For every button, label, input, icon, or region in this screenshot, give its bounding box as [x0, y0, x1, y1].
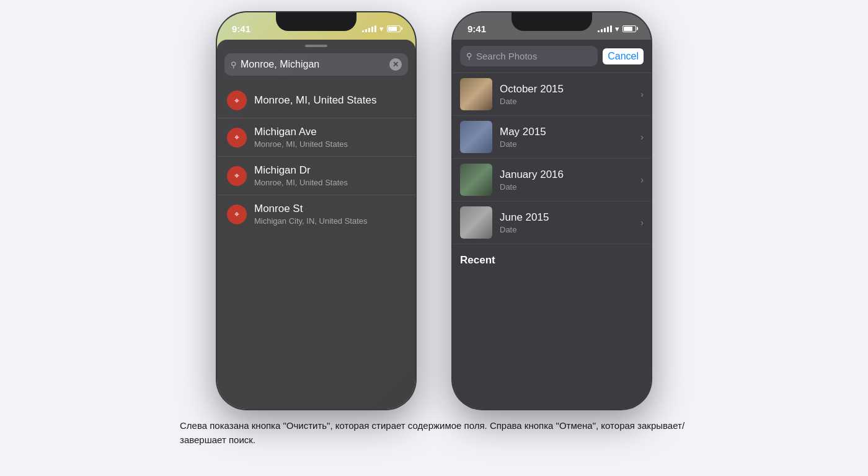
result-text-2: Michigan Dr Monroe, MI, United States [254, 164, 405, 187]
photo-thumb-2 [460, 164, 492, 196]
photo-subtitle-3: Date [500, 225, 633, 234]
right-phone-screen: 9:41 ▾ [453, 12, 651, 409]
photo-title-1: May 2015 [500, 126, 633, 138]
location-pin-1: ⌖ [227, 128, 247, 148]
result-title-0: Monroe, MI, United States [254, 94, 405, 107]
location-pin-0: ⌖ [227, 90, 247, 110]
photo-item-1[interactable]: May 2015 Date › [453, 116, 651, 159]
photo-subtitle-2: Date [500, 182, 633, 192]
drag-handle [305, 45, 327, 47]
caption-text: Слева показана кнопка "Очистить", котора… [180, 419, 688, 447]
result-item-2[interactable]: ⌖ Michigan Dr Monroe, MI, United States [217, 157, 415, 195]
right-signal-bar-2 [601, 29, 603, 32]
result-title-1: Michigan Ave [254, 126, 405, 138]
recent-section: Recent [453, 244, 651, 271]
clear-icon: ✕ [392, 61, 399, 68]
pin-icon-1: ⌖ [234, 132, 239, 143]
result-item-0[interactable]: ⌖ Monroe, MI, United States [217, 83, 415, 118]
photo-thumb-1 [460, 121, 492, 153]
right-signal-bar-1 [598, 30, 600, 32]
photos-search-bar: ⚲ Search Photos Cancel [453, 40, 651, 73]
signal-bar-5 [374, 25, 376, 32]
photo-thumb-3 [460, 206, 492, 239]
photo-title-3: June 2015 [500, 211, 633, 224]
notch [276, 12, 356, 31]
left-status-icons: ▾ [362, 24, 401, 33]
wifi-icon: ▾ [379, 24, 384, 33]
right-notch [512, 12, 592, 31]
photo-thumb-0 [460, 78, 492, 110]
result-text-1: Michigan Ave Monroe, MI, United States [254, 126, 405, 149]
photo-info-0: October 2015 Date [500, 83, 633, 106]
photo-info-3: June 2015 Date [500, 211, 633, 234]
cancel-button[interactable]: Cancel [603, 48, 644, 64]
pin-icon-2: ⌖ [234, 170, 239, 181]
photo-item-0[interactable]: October 2015 Date › [453, 73, 651, 116]
right-wifi-icon: ▾ [615, 24, 619, 33]
result-item-1[interactable]: ⌖ Michigan Ave Monroe, MI, United States [217, 118, 415, 157]
signal-bar-2 [365, 29, 367, 32]
left-status-time: 9:41 [232, 24, 250, 34]
right-battery-icon [622, 25, 636, 32]
maps-search-bar[interactable]: ⚲ Monroe, Michigan ✕ [224, 53, 408, 76]
photo-title-2: January 2016 [500, 169, 633, 181]
left-phone-screen: 9:41 ▾ [217, 12, 415, 409]
chevron-right-1: › [640, 132, 644, 142]
photo-item-3[interactable]: June 2015 Date › [453, 201, 651, 244]
location-pin-2: ⌖ [227, 166, 247, 186]
chevron-right-0: › [640, 89, 644, 99]
pin-icon-3: ⌖ [234, 209, 239, 219]
right-signal-bar-5 [610, 25, 612, 32]
photo-info-2: January 2016 Date [500, 169, 633, 192]
photos-search-placeholder: Search Photos [476, 51, 537, 61]
result-title-2: Michigan Dr [254, 164, 405, 177]
result-text-0: Monroe, MI, United States [254, 94, 405, 107]
result-subtitle-1: Monroe, MI, United States [254, 139, 405, 149]
left-phone: 9:41 ▾ [217, 12, 415, 409]
chevron-right-2: › [640, 175, 644, 185]
maps-search-query: Monroe, Michigan [241, 59, 386, 70]
right-signal-bar-3 [604, 28, 606, 32]
photo-info-1: May 2015 Date [500, 126, 633, 149]
photo-subtitle-0: Date [500, 97, 633, 106]
search-bar-container: ⚲ Monroe, Michigan ✕ [217, 53, 415, 76]
maps-search-panel: ⚲ Monroe, Michigan ✕ ⌖ Monroe, [217, 40, 415, 409]
right-signal-bar-4 [607, 27, 609, 32]
result-item-3[interactable]: ⌖ Monroe St Michigan City, IN, United St… [217, 195, 415, 233]
result-subtitle-3: Michigan City, IN, United States [254, 216, 405, 226]
search-icon: ⚲ [231, 60, 237, 69]
result-title-3: Monroe St [254, 203, 405, 215]
photo-title-0: October 2015 [500, 83, 633, 95]
battery-icon [387, 25, 401, 32]
result-text-3: Monroe St Michigan City, IN, United Stat… [254, 203, 405, 226]
recent-label: Recent [460, 254, 495, 266]
right-battery-fill [624, 27, 632, 31]
right-status-time: 9:41 [467, 24, 486, 34]
battery-fill [388, 27, 397, 31]
photos-search-icon: ⚲ [466, 51, 472, 61]
maps-search-results: ⌖ Monroe, MI, United States ⌖ Michigan A… [217, 78, 415, 238]
phones-row: 9:41 ▾ [25, 12, 843, 409]
result-subtitle-2: Monroe, MI, United States [254, 178, 405, 187]
photo-subtitle-1: Date [500, 139, 633, 149]
photos-panel: ⚲ Search Photos Cancel October 2015 Date… [453, 40, 651, 409]
clear-button[interactable]: ✕ [389, 58, 402, 71]
pin-icon-0: ⌖ [234, 95, 239, 106]
signal-bar-1 [362, 30, 364, 32]
right-status-icons: ▾ [598, 24, 636, 33]
signal-bars [362, 25, 376, 32]
signal-bar-4 [371, 27, 373, 32]
photos-search-input[interactable]: ⚲ Search Photos [460, 46, 598, 66]
photo-item-2[interactable]: January 2016 Date › [453, 159, 651, 201]
photo-list: October 2015 Date › May 2015 Date › [453, 73, 651, 244]
right-phone: 9:41 ▾ [453, 12, 651, 409]
location-pin-3: ⌖ [227, 205, 247, 224]
signal-bar-3 [368, 28, 370, 32]
right-signal-bars [598, 25, 612, 32]
chevron-right-3: › [640, 218, 644, 227]
